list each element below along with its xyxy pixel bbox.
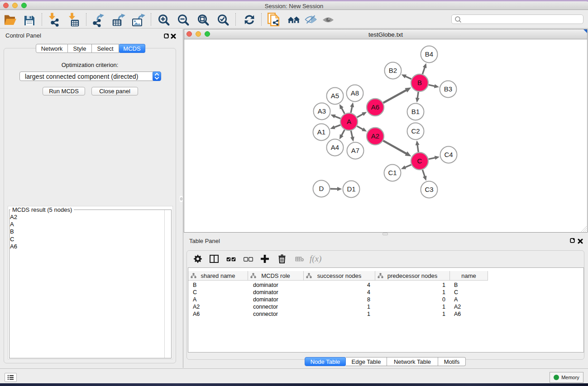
svg-text:A7: A7 [351,147,359,154]
svg-text:A1: A1 [317,128,325,136]
svg-text:A6: A6 [371,103,379,111]
svg-text:A3: A3 [318,107,326,115]
svg-text:D: D [319,185,324,192]
svg-text:C4: C4 [444,151,453,158]
svg-text:A8: A8 [351,89,359,97]
svg-text:B4: B4 [425,50,433,58]
svg-text:D1: D1 [347,185,355,193]
svg-text:B2: B2 [389,67,397,74]
svg-text:C1: C1 [388,169,397,176]
svg-text:B3: B3 [444,85,452,93]
svg-text:B1: B1 [411,108,420,115]
svg-text:A2: A2 [371,132,379,140]
svg-text:C: C [417,157,422,165]
svg-text:C2: C2 [411,127,420,135]
svg-text:A: A [347,118,351,125]
svg-text:A5: A5 [331,92,339,100]
svg-text:A4: A4 [331,143,339,151]
svg-text:C3: C3 [425,186,433,193]
svg-text:B: B [417,79,422,86]
